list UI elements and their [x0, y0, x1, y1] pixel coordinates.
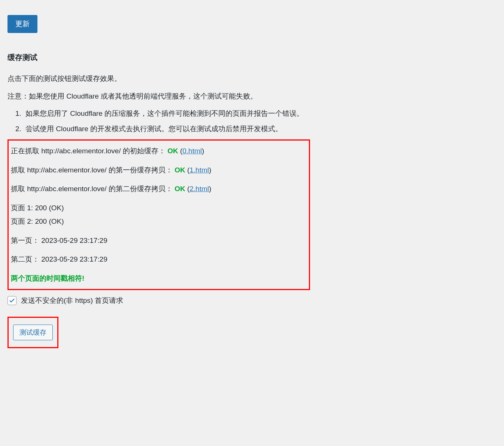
intro-text: 点击下面的测试按钮测试缓存效果。 — [7, 73, 497, 84]
result-line-copy1: 抓取 http://abc.elementor.love/ 的第一份缓存拷贝： … — [11, 165, 306, 176]
tip-item: 如果您启用了 Cloudflare 的压缩服务，这个插件可能检测到不同的页面并报… — [23, 108, 497, 119]
test-cache-button[interactable]: 测试缓存 — [13, 325, 53, 340]
page2-time: 第二页： 2023-05-29 23:17:29 — [11, 254, 306, 265]
result-prefix: 正在抓取 http://abc.elementor.love/ 的初始缓存： — [11, 147, 166, 155]
result-link-0[interactable]: 0.html — [182, 147, 202, 155]
ok-status: OK — [174, 166, 185, 174]
checkbox-label: 发送不安全的(非 https) 首页请求 — [21, 295, 123, 306]
test-button-highlight: 测试缓存 — [7, 317, 58, 348]
success-message: 两个页面的时间戳相符! — [11, 273, 306, 284]
paren-close: ) — [209, 185, 211, 193]
section-title: 缓存测试 — [7, 52, 497, 63]
page1-time: 第一页： 2023-05-29 23:17:29 — [11, 235, 306, 246]
notice-text: 注意：如果您使用 Cloudflare 或者其他透明前端代理服务，这个测试可能失… — [7, 91, 497, 102]
ok-status: OK — [167, 147, 178, 155]
result-link-2[interactable]: 2.html — [189, 185, 209, 193]
result-line-copy2: 抓取 http://abc.elementor.love/ 的第二份缓存拷贝： … — [11, 184, 306, 195]
update-button[interactable]: 更新 — [7, 15, 37, 33]
page1-status: 页面 1: 200 (OK) — [11, 203, 306, 214]
checkbox-row: 发送不安全的(非 https) 首页请求 — [7, 295, 497, 306]
tips-list: 如果您启用了 Cloudflare 的压缩服务，这个插件可能检测到不同的页面并报… — [7, 108, 497, 134]
result-prefix: 抓取 http://abc.elementor.love/ 的第二份缓存拷贝： — [11, 185, 173, 193]
result-line-initial: 正在抓取 http://abc.elementor.love/ 的初始缓存： O… — [11, 146, 306, 157]
insecure-request-checkbox[interactable] — [7, 296, 16, 305]
result-link-1[interactable]: 1.html — [189, 166, 209, 174]
page2-status: 页面 2: 200 (OK) — [11, 216, 306, 227]
tip-item: 尝试使用 Cloudflare 的开发模式去执行测试。您可以在测试成功后禁用开发… — [23, 124, 497, 135]
test-result-box: 正在抓取 http://abc.elementor.love/ 的初始缓存： O… — [7, 139, 310, 290]
paren-close: ) — [202, 147, 204, 155]
result-prefix: 抓取 http://abc.elementor.love/ 的第一份缓存拷贝： — [11, 166, 173, 174]
check-icon — [9, 297, 15, 304]
paren-close: ) — [209, 166, 211, 174]
ok-status: OK — [174, 185, 185, 193]
